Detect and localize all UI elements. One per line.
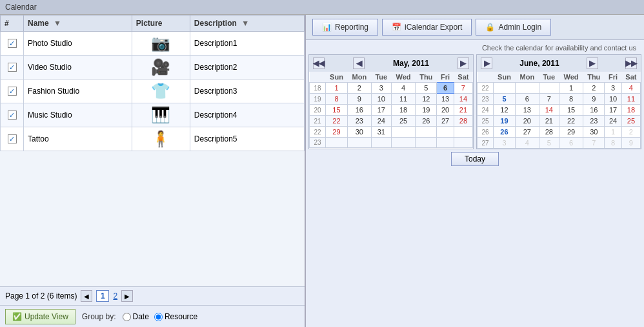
june-21[interactable]: 21 <box>539 116 559 127</box>
may-11[interactable]: 11 <box>391 94 415 105</box>
june-25[interactable]: 25 <box>621 116 640 127</box>
may-next-month-btn[interactable]: ▶ <box>458 58 469 69</box>
may-14[interactable]: 14 <box>454 94 472 105</box>
may-20[interactable]: 20 <box>437 105 454 116</box>
resource-radio-input[interactable] <box>154 313 163 321</box>
june-22[interactable]: 22 <box>559 116 583 127</box>
page-2-btn[interactable]: 2 <box>113 291 117 301</box>
may-12[interactable]: 12 <box>416 94 437 105</box>
checkbox-cell-3[interactable] <box>1 103 24 127</box>
may-31[interactable]: 31 <box>371 127 391 138</box>
june-4[interactable]: 4 <box>621 83 640 94</box>
june-5[interactable]: 5 <box>493 94 515 105</box>
may-15[interactable]: 15 <box>325 105 347 116</box>
may-30[interactable]: 30 <box>348 127 372 138</box>
june-11[interactable]: 11 <box>621 94 640 105</box>
checkbox-cell-2[interactable] <box>1 79 24 103</box>
may-28[interactable]: 28 <box>454 116 472 127</box>
may-7[interactable]: 7 <box>454 83 472 94</box>
may-24[interactable]: 24 <box>371 116 391 127</box>
june-2[interactable]: 2 <box>583 83 605 94</box>
may-19[interactable]: 19 <box>416 105 437 116</box>
june-9[interactable]: 9 <box>583 94 605 105</box>
may-17[interactable]: 17 <box>371 105 391 116</box>
may-16[interactable]: 16 <box>348 105 372 116</box>
june-20[interactable]: 20 <box>516 116 539 127</box>
june-next-month-btn[interactable]: ▶ <box>481 58 492 69</box>
june-27[interactable]: 27 <box>516 127 539 138</box>
june-12[interactable]: 12 <box>493 105 515 116</box>
june-28[interactable]: 28 <box>539 127 559 138</box>
checkbox-0[interactable] <box>8 39 17 48</box>
checkbox-cell-1[interactable] <box>1 56 24 79</box>
icalendar-btn[interactable]: 📅 iCalendar Export <box>382 19 472 36</box>
resource-radio[interactable]: Resource <box>154 312 197 321</box>
may-prev-month-btn[interactable]: ◀ <box>353 58 365 69</box>
june-7[interactable]: 7 <box>539 94 559 105</box>
may-8[interactable]: 8 <box>325 94 347 105</box>
prev-page-btn[interactable]: ◀ <box>81 290 92 302</box>
name-sort-icon[interactable]: ▼ <box>54 19 61 28</box>
june-14[interactable]: 14 <box>539 105 559 116</box>
date-radio-input[interactable] <box>123 313 131 321</box>
may-23[interactable]: 23 <box>348 116 372 127</box>
june-1[interactable]: 1 <box>559 83 583 94</box>
may-25[interactable]: 25 <box>391 116 415 127</box>
j-next1[interactable]: 1 <box>605 127 621 138</box>
june-29[interactable]: 29 <box>559 127 583 138</box>
may-9[interactable]: 9 <box>348 94 372 105</box>
may-21[interactable]: 21 <box>454 105 472 116</box>
june-15[interactable]: 15 <box>559 105 583 116</box>
may-prev-btn[interactable]: ◀◀ <box>313 58 325 69</box>
j-next2[interactable]: 2 <box>621 127 640 138</box>
checkbox-2[interactable] <box>8 87 17 96</box>
may-18[interactable]: 18 <box>391 105 415 116</box>
may-6[interactable]: 6 <box>437 83 454 94</box>
june-17[interactable]: 17 <box>605 105 621 116</box>
checkbox-1[interactable] <box>8 63 17 72</box>
may-26[interactable]: 26 <box>416 116 437 127</box>
june-next-next-btn[interactable]: ▶▶ <box>625 58 637 69</box>
checkbox-3[interactable] <box>8 111 17 120</box>
june-16[interactable]: 16 <box>583 105 605 116</box>
date-radio[interactable]: Date <box>123 312 149 321</box>
checkbox-cell-0[interactable] <box>1 32 24 56</box>
j-next8[interactable]: 8 <box>605 138 621 149</box>
current-page[interactable]: 1 <box>96 290 109 302</box>
june-3[interactable]: 3 <box>605 83 621 94</box>
may-1[interactable]: 1 <box>325 83 347 94</box>
j-next7[interactable]: 7 <box>583 138 605 149</box>
june-19[interactable]: 19 <box>493 116 515 127</box>
june-10[interactable]: 10 <box>605 94 621 105</box>
update-view-btn[interactable]: ✅ Update View <box>5 309 75 324</box>
may-27[interactable]: 27 <box>437 116 454 127</box>
j-next6[interactable]: 6 <box>559 138 583 149</box>
reporting-btn[interactable]: 📊 Reporting <box>312 19 378 36</box>
june-26[interactable]: 26 <box>493 127 515 138</box>
may-22[interactable]: 22 <box>325 116 347 127</box>
june-30[interactable]: 30 <box>583 127 605 138</box>
june-23[interactable]: 23 <box>583 116 605 127</box>
may-10[interactable]: 10 <box>371 94 391 105</box>
checkbox-cell-4[interactable] <box>1 127 24 151</box>
june-18[interactable]: 18 <box>621 105 640 116</box>
today-btn[interactable]: Today <box>451 152 499 166</box>
june-6[interactable]: 6 <box>516 94 539 105</box>
may-5[interactable]: 5 <box>416 83 437 94</box>
may-13[interactable]: 13 <box>437 94 454 105</box>
next-page-btn[interactable]: ▶ <box>121 290 133 302</box>
admin-btn[interactable]: 🔒 Admin Login <box>476 19 551 36</box>
may-4[interactable]: 4 <box>391 83 415 94</box>
may-3[interactable]: 3 <box>371 83 391 94</box>
j-next4[interactable]: 4 <box>516 138 539 149</box>
j-next3[interactable]: 3 <box>493 138 515 149</box>
j-next9[interactable]: 9 <box>621 138 640 149</box>
june-8[interactable]: 8 <box>559 94 583 105</box>
checkbox-4[interactable] <box>8 134 17 143</box>
june-24[interactable]: 24 <box>605 116 621 127</box>
j-next5[interactable]: 5 <box>539 138 559 149</box>
june-next-btn[interactable]: ▶ <box>587 58 598 69</box>
may-2[interactable]: 2 <box>348 83 372 94</box>
june-13[interactable]: 13 <box>516 105 539 116</box>
desc-sort-icon[interactable]: ▼ <box>241 19 249 28</box>
